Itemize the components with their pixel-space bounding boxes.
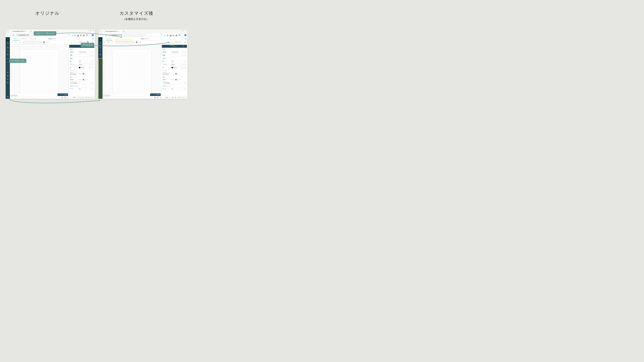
snap-icon[interactable]: Ü <box>157 96 159 99</box>
report-page[interactable] <box>113 49 151 96</box>
panel-menu-icon[interactable]: ⋮ <box>185 46 186 47</box>
zoom-out-button[interactable]: − <box>162 96 164 99</box>
bold-button[interactable]: B <box>42 41 46 44</box>
sidebar-layers-icon[interactable] <box>6 53 9 56</box>
favorite-icon[interactable]: ☆ <box>164 34 166 36</box>
expand-icon[interactable]: ⤢ <box>184 54 186 56</box>
win-max-icon[interactable]: ▢ <box>182 30 184 31</box>
reload-icon[interactable] <box>12 34 14 36</box>
gear-icon[interactable]: ⚙ <box>174 96 176 99</box>
sidebar-group-icon[interactable] <box>6 49 9 52</box>
toggle-hidden[interactable] <box>175 79 178 80</box>
property-label[interactable]: プロパティ <box>175 41 182 43</box>
field-bgcolor[interactable]: Transparent▾ <box>171 51 184 53</box>
canvas[interactable]: 2 1 0 1 2 3 4 5 6 7 8 9 10 11 12 13 14 1… <box>102 44 161 96</box>
expand-icon[interactable]: ⤢ <box>92 60 94 62</box>
section-data[interactable]: データ <box>162 70 166 72</box>
forward-icon[interactable] <box>10 34 12 36</box>
unit-label[interactable]: cm <box>172 97 174 98</box>
section-data[interactable]: データ <box>70 70 74 72</box>
toggle-hidden[interactable] <box>82 79 86 80</box>
report-page[interactable] <box>20 49 58 96</box>
zoom-in-button[interactable]: + <box>169 96 171 99</box>
mode-label[interactable]: プロパティモード <box>177 97 187 98</box>
section-pos[interactable]: 位置とサイズ <box>162 85 170 87</box>
section-display[interactable]: 表示 <box>70 76 72 78</box>
info-icon[interactable]: i <box>184 38 186 40</box>
sidebar-tree-icon[interactable] <box>99 46 102 49</box>
sidebar-tree-icon[interactable] <box>6 46 9 49</box>
field-style[interactable]: None▾ <box>171 63 183 66</box>
panel-toggle-icon[interactable] <box>184 41 187 44</box>
toolbar-more-icon[interactable]: ⋮ <box>70 41 73 44</box>
section-pos[interactable]: 位置とサイズ <box>70 85 78 87</box>
expand-icon[interactable]: ⤢ <box>184 60 186 62</box>
toggle-placeholder[interactable] <box>175 73 178 74</box>
sidebar-logo-icon[interactable] <box>6 38 9 41</box>
expand-icon[interactable]: ⤢ <box>92 66 94 69</box>
page-tab[interactable]: ページ 1 <box>103 93 110 96</box>
extensions-icon[interactable]: ✿ <box>176 34 177 36</box>
tab-report[interactable]: レポート <box>20 37 28 40</box>
section-display[interactable]: 表示 <box>162 76 165 78</box>
profile-icon[interactable] <box>178 34 180 36</box>
field-image[interactable]: ▾ <box>78 54 91 56</box>
toggle-placeholder[interactable] <box>82 73 86 74</box>
section-border[interactable]: 罫線 <box>70 58 72 59</box>
expand-icon[interactable]: ⤢ <box>92 63 94 65</box>
field-toggle[interactable]: ▾ <box>171 81 186 84</box>
browser-tab[interactable]: ActiveReportsJSデモ ✕ <box>10 30 29 33</box>
italic-button[interactable]: I <box>46 41 49 44</box>
section-bg[interactable]: 背景 <box>70 48 72 50</box>
search-icon[interactable]: 🔍 <box>182 46 184 47</box>
field-bgcolor[interactable]: Transparent▾ <box>78 51 92 53</box>
section-bg[interactable]: 背景 <box>162 48 165 50</box>
field-size[interactable]: A4▾ <box>78 88 94 90</box>
back-icon[interactable] <box>7 34 8 36</box>
sidebar-table-icon[interactable] <box>6 78 9 81</box>
page-tab[interactable]: ページ 1 <box>10 93 18 96</box>
cut-icon[interactable] <box>11 41 14 44</box>
font-size-select[interactable]: ▾ <box>35 41 42 44</box>
sidebar-text-icon[interactable] <box>6 57 9 60</box>
win-max-icon[interactable]: ▢ <box>90 30 91 31</box>
sidebar-shape-icon[interactable] <box>6 71 9 74</box>
tab-overview-icon[interactable] <box>7 30 8 32</box>
field-color[interactable]: Black▾ <box>78 66 91 69</box>
field-toggle[interactable]: ▾ <box>78 81 94 84</box>
canvas[interactable]: 2 1 0 1 2 3 4 5 6 7 8 9 10 11 12 13 14 1… <box>10 44 68 96</box>
sidebar-container-icon[interactable] <box>6 64 9 67</box>
section-border[interactable]: 罫線 <box>162 58 165 59</box>
settings-icon[interactable] <box>75 41 78 44</box>
field-image[interactable]: ▾ <box>171 54 183 56</box>
font-family-select[interactable]: ▾ <box>23 41 35 44</box>
guides-icon[interactable]: ┏ <box>160 96 162 99</box>
expand-icon[interactable]: ⤢ <box>92 54 94 56</box>
browser-menu-icon[interactable]: ⋯ <box>182 34 183 36</box>
sidebar-menu-icon[interactable] <box>6 41 9 44</box>
collections2-icon[interactable]: ⧉ <box>172 34 174 36</box>
site-info-icon[interactable]: ⓘ <box>16 34 18 36</box>
field-size[interactable]: A4▾ <box>171 88 186 90</box>
add-page-button[interactable]: ＋ページの追加 <box>150 93 161 96</box>
copy-icon[interactable] <box>14 41 18 44</box>
sidebar-group-icon[interactable] <box>99 49 102 52</box>
refresh2-icon[interactable]: ↻ <box>167 34 169 36</box>
add-page-button[interactable]: ＋ページの追加 <box>58 93 68 96</box>
read-aloud-icon[interactable]: A⁺ <box>161 34 163 36</box>
sidebar-line-icon[interactable] <box>6 67 9 71</box>
grid-icon[interactable]: ▦ <box>154 96 156 99</box>
paste-icon[interactable] <box>18 41 21 44</box>
field-width[interactable]: 1pt <box>171 60 183 62</box>
field-color[interactable]: Black▾ <box>171 66 183 69</box>
sidebar-checkbox-icon[interactable] <box>6 61 9 64</box>
expand-icon[interactable]: ⤢ <box>184 66 186 69</box>
tab-close-icon[interactable]: ✕ <box>27 31 28 32</box>
field-width[interactable]: 1pt <box>78 60 91 62</box>
tab-parameter[interactable]: パラメータ <box>28 37 38 40</box>
expand-icon[interactable]: ⤢ <box>184 63 186 65</box>
sidebar-layers-icon[interactable] <box>99 53 102 56</box>
color-dot-icon[interactable] <box>92 51 94 53</box>
color-dot-icon[interactable] <box>185 51 186 53</box>
tab-close-icon[interactable]: ✕ <box>120 31 120 32</box>
